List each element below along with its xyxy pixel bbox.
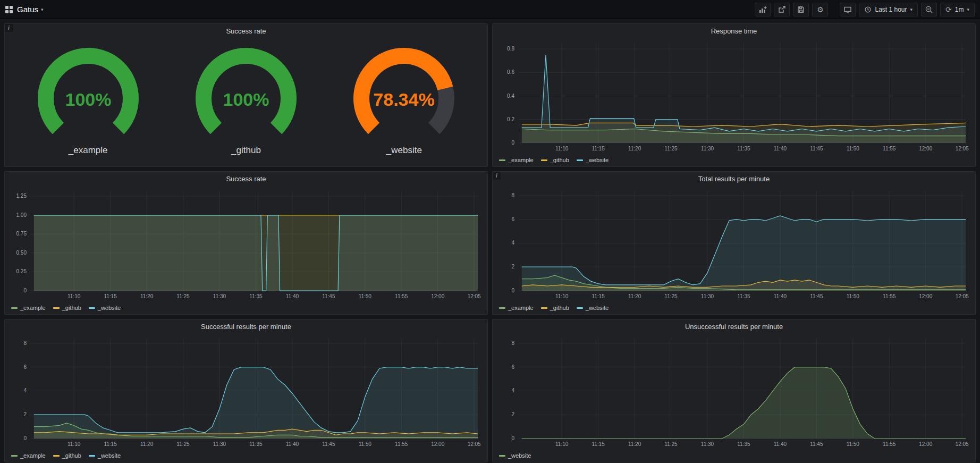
legend-item-_website[interactable]: _website	[577, 305, 609, 311]
legend-item-_website[interactable]: _website	[89, 305, 121, 311]
legend-swatch	[541, 307, 547, 309]
panel-successful-results: Successful results per minute 11:1011:15…	[4, 319, 488, 462]
legend-item-_github[interactable]: _github	[53, 452, 81, 459]
panel-title[interactable]: Response time	[493, 24, 975, 38]
x-axis-label: 11:30	[701, 146, 714, 151]
y-axis-label: 4	[23, 388, 27, 393]
x-axis-label: 11:25	[664, 293, 678, 299]
x-axis-label: 11:15	[592, 441, 605, 447]
refresh-icon: ⟳	[945, 6, 952, 13]
x-axis-label: 12:00	[919, 441, 932, 447]
legend-item-_website[interactable]: _website	[577, 157, 609, 163]
panel-unsuccessful-results: Unsuccessful results per minute 11:1011:…	[492, 319, 976, 462]
x-axis-label: 11:35	[249, 441, 263, 447]
legend-swatch	[577, 159, 583, 161]
save-button[interactable]	[793, 3, 809, 16]
add-panel-button[interactable]	[755, 3, 771, 16]
gauge-_website: 78.34%_website	[327, 47, 481, 156]
successful-results-chart[interactable]: 11:1011:1511:2011:2511:3011:3511:4011:45…	[9, 333, 483, 450]
chart-legend: _example_github_website	[9, 450, 483, 460]
x-axis-label: 11:15	[592, 293, 605, 299]
legend-item-_github[interactable]: _github	[541, 305, 569, 311]
x-axis-label: 11:50	[847, 441, 860, 447]
share-icon	[778, 5, 786, 14]
legend-swatch	[11, 307, 18, 309]
x-axis-label: 11:50	[359, 441, 372, 447]
zoom-out-button[interactable]	[921, 3, 937, 16]
x-axis-label: 11:25	[176, 441, 190, 447]
response-time-chart[interactable]: 11:1011:1511:2011:2511:3011:3511:4011:45…	[497, 38, 971, 155]
legend-item-_example[interactable]: _example	[499, 305, 534, 311]
x-axis-label: 11:50	[359, 293, 372, 299]
x-axis-label: 11:20	[628, 293, 641, 299]
panel-info-icon[interactable]: i	[493, 172, 501, 180]
gauge-arc: 100%	[169, 47, 323, 144]
navbar: Gatus ▾ ⚙	[0, 0, 980, 19]
unsuccessful-results-chart[interactable]: 11:1011:1511:2011:2511:3011:3511:4011:45…	[497, 333, 971, 450]
legend-item-_example[interactable]: _example	[11, 452, 46, 459]
legend-item-_github[interactable]: _github	[53, 305, 81, 311]
dashboard-title-dropdown[interactable]: Gatus ▾	[17, 5, 44, 14]
y-axis-label: 6	[511, 216, 514, 222]
x-axis-label: 12:00	[431, 293, 444, 299]
success-rate-chart[interactable]: 11:1011:1511:2011:2511:3011:3511:4011:45…	[9, 186, 483, 302]
gear-icon: ⚙	[817, 6, 824, 13]
share-button[interactable]	[774, 3, 790, 16]
legend-label: _github	[62, 305, 81, 311]
add-panel-icon	[758, 5, 767, 14]
apps-grid-icon[interactable]	[5, 6, 13, 13]
legend-item-_website[interactable]: _website	[89, 452, 121, 459]
panel-success-rate-timeseries: Success rate 11:1011:1511:2011:2511:3011…	[4, 171, 488, 315]
legend-label: _github	[62, 452, 81, 459]
y-axis-label: 6	[23, 364, 27, 370]
x-axis-label: 12:05	[468, 293, 481, 299]
panel-total-results: i Total results per minute 11:1011:1511:…	[492, 171, 976, 315]
x-axis-label: 11:40	[286, 293, 299, 299]
zoom-out-icon	[925, 5, 933, 14]
x-axis-label: 11:15	[592, 146, 605, 151]
x-axis-label: 11:10	[67, 293, 81, 299]
legend-item-_example[interactable]: _example	[11, 305, 46, 311]
chevron-down-icon: ▾	[967, 7, 969, 12]
legend-item-_example[interactable]: _example	[499, 157, 534, 163]
legend-item-_github[interactable]: _github	[541, 157, 569, 163]
refresh-picker[interactable]: ⟳ 1m ▾	[940, 3, 975, 16]
x-axis-label: 11:20	[140, 293, 154, 299]
y-axis-label: 0.4	[507, 93, 514, 99]
x-axis-label: 11:10	[555, 146, 569, 151]
panel-title-text: Total results per minute	[698, 175, 770, 183]
legend-swatch	[53, 455, 60, 457]
y-axis-label: 0	[511, 288, 514, 293]
y-axis-label: 2	[511, 264, 514, 270]
legend-swatch	[89, 455, 95, 457]
x-axis-label: 11:55	[395, 293, 408, 299]
time-range-picker[interactable]: Last 1 hour ▾	[859, 3, 918, 16]
gauge-label: _github	[231, 145, 261, 156]
tv-mode-button[interactable]	[840, 3, 856, 16]
save-icon	[797, 5, 805, 14]
y-axis-label: 0.75	[16, 231, 27, 237]
panel-info-icon[interactable]: i	[5, 24, 13, 32]
panel-title[interactable]: Success rate	[5, 172, 487, 186]
settings-button[interactable]: ⚙	[812, 3, 828, 16]
gauge-label: _example	[69, 145, 108, 156]
panel-title[interactable]: Successful results per minute	[5, 319, 487, 333]
legend-swatch	[499, 159, 505, 161]
x-axis-label: 11:50	[847, 146, 860, 151]
total-results-chart[interactable]: 11:1011:1511:2011:2511:3011:3511:4011:45…	[497, 186, 971, 302]
x-axis-label: 11:10	[555, 441, 569, 447]
panel-title-text: Success rate	[226, 175, 266, 183]
legend-item-_website[interactable]: _website	[499, 452, 531, 459]
panel-title[interactable]: Total results per minute	[493, 172, 975, 186]
x-axis-label: 11:40	[286, 441, 299, 447]
panel-title[interactable]: Unsuccessful results per minute	[493, 319, 975, 333]
x-axis-label: 11:30	[213, 293, 226, 299]
panel-title[interactable]: Success rate	[5, 24, 487, 38]
y-axis-label: 0	[511, 140, 514, 146]
y-axis-label: 0	[23, 435, 27, 441]
x-axis-label: 11:35	[737, 293, 750, 299]
x-axis-label: 11:45	[810, 293, 823, 299]
x-axis-label: 11:20	[628, 146, 641, 151]
gauge-value: 100%	[65, 89, 111, 110]
panel-success-rate-gauges: i Success rate 100%_example100%_github78…	[4, 23, 488, 167]
